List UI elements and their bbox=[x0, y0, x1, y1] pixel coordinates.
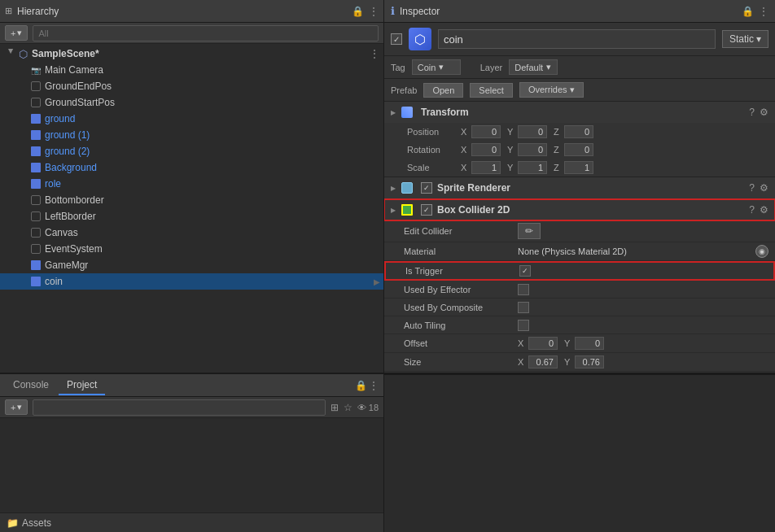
scene-unity-icon: ⬡ bbox=[16, 47, 29, 60]
prefab-select-button[interactable]: Select bbox=[470, 83, 513, 98]
project-tab[interactable]: Project bbox=[59, 376, 105, 395]
size-xy: X Y bbox=[518, 355, 768, 368]
hierarchy-tree: ▶ ⬡ SampleScene* ⋮ 📷 Main Camera GroundE… bbox=[0, 44, 383, 373]
sr-enabled-checkbox[interactable]: ✓ bbox=[421, 182, 432, 194]
offset-label: Offset bbox=[404, 338, 518, 348]
is-trigger-checkbox[interactable]: ✓ bbox=[519, 265, 531, 277]
tag-label: Tag bbox=[391, 63, 405, 72]
rotation-row: Rotation X Y Z bbox=[384, 141, 775, 159]
hierarchy-lock-icon[interactable]: 🔒 bbox=[352, 6, 364, 17]
box-collider-section: ▶ ✓ Box Collider 2D ? ⚙ Edit Collider bbox=[384, 199, 775, 373]
bottom-lock-icon[interactable]: 🔒 bbox=[355, 380, 367, 391]
rotation-y-input[interactable] bbox=[518, 143, 547, 156]
tag-chevron: ▾ bbox=[439, 62, 444, 72]
tree-item-ground[interactable]: ground bbox=[0, 111, 383, 127]
bc-enabled-checkbox[interactable]: ✓ bbox=[421, 204, 432, 216]
hierarchy-search-input[interactable] bbox=[33, 25, 379, 41]
material-label: Material bbox=[404, 246, 518, 256]
ground1-label: ground (1) bbox=[45, 129, 90, 141]
inspector-header: ℹ Inspector 🔒 ⋮ bbox=[384, 0, 775, 23]
offset-x-input[interactable] bbox=[528, 337, 558, 350]
tree-item-canvas[interactable]: Canvas bbox=[0, 225, 383, 241]
bc-help-icon[interactable]: ? bbox=[749, 204, 755, 216]
ground2-label: ground (2) bbox=[45, 146, 90, 157]
used-by-effector-label: Used By Effector bbox=[404, 285, 518, 294]
scale-row: Scale X Y Z bbox=[384, 159, 775, 177]
transform-help-icon[interactable]: ? bbox=[749, 107, 755, 118]
gep-label: GroundEndPos bbox=[45, 81, 112, 92]
hierarchy-header-left: ⊞ Hierarchy bbox=[5, 6, 59, 17]
tree-item-ground-end-pos[interactable]: GroundEndPos bbox=[0, 78, 383, 94]
sr-check: ✓ bbox=[423, 184, 430, 192]
tree-item-gamemgr[interactable]: GameMgr bbox=[0, 257, 383, 273]
layer-dropdown[interactable]: Default ▾ bbox=[509, 59, 558, 75]
static-button[interactable]: Static ▾ bbox=[722, 30, 768, 48]
scale-z-input[interactable] bbox=[564, 161, 593, 174]
scene-more-icon[interactable]: ⋮ bbox=[369, 47, 380, 60]
tree-item-ground-start-pos[interactable]: GroundStartPos bbox=[0, 94, 383, 111]
material-prop-row: Material None (Physics Material 2D) ◉ bbox=[384, 242, 775, 261]
prefab-overrides-button[interactable]: Overrides ▾ bbox=[519, 82, 584, 98]
size-y-input[interactable] bbox=[575, 355, 604, 368]
used-by-effector-checkbox[interactable] bbox=[518, 284, 529, 295]
object-enabled-checkbox[interactable]: ✓ bbox=[391, 33, 402, 45]
inspector-more-icon[interactable]: ⋮ bbox=[759, 6, 768, 17]
tree-item-background[interactable]: Background bbox=[0, 159, 383, 176]
scale-x-label: X bbox=[461, 163, 469, 172]
hierarchy-add-button[interactable]: + ▾ bbox=[5, 25, 28, 41]
prefab-label: Prefab bbox=[391, 85, 417, 95]
position-z-input[interactable] bbox=[564, 125, 593, 138]
position-y-input[interactable] bbox=[518, 125, 547, 138]
material-select-circle[interactable]: ◉ bbox=[755, 245, 768, 258]
transform-menu-icon[interactable]: ⚙ bbox=[760, 107, 768, 118]
project-add-button[interactable]: + ▾ bbox=[5, 399, 28, 415]
tree-item-leftbborder[interactable]: LeftBborder bbox=[0, 208, 383, 225]
size-y-field: Y bbox=[564, 355, 604, 368]
transform-actions: ? ⚙ bbox=[749, 107, 768, 118]
prefab-open-button[interactable]: Open bbox=[423, 83, 463, 98]
sr-actions: ? ⚙ bbox=[749, 182, 768, 194]
edit-collider-button[interactable]: ✏ bbox=[518, 223, 541, 239]
rotation-x-input[interactable] bbox=[471, 143, 501, 156]
project-search-input[interactable] bbox=[33, 399, 325, 416]
console-tab[interactable]: Console bbox=[5, 376, 57, 395]
auto-tiling-checkbox[interactable] bbox=[518, 320, 529, 331]
scale-y-field: Y bbox=[507, 161, 547, 174]
hierarchy-more-icon[interactable]: ⋮ bbox=[369, 6, 379, 17]
tag-dropdown[interactable]: Coin ▾ bbox=[412, 59, 461, 75]
bc-menu-icon[interactable]: ⚙ bbox=[760, 204, 768, 216]
scale-x-input[interactable] bbox=[471, 161, 501, 174]
size-x-input[interactable] bbox=[528, 355, 558, 368]
position-x-input[interactable] bbox=[471, 125, 501, 138]
tree-item-ground-2[interactable]: ground (2) bbox=[0, 143, 383, 159]
sr-menu-icon[interactable]: ⚙ bbox=[760, 182, 768, 194]
tree-item-bottomborder[interactable]: Bottomborder bbox=[0, 192, 383, 208]
size-x-field: X bbox=[518, 355, 558, 368]
project-grid-icon[interactable]: ⊞ bbox=[331, 402, 339, 413]
project-star-icon[interactable]: ☆ bbox=[344, 402, 352, 413]
lb-label: LeftBborder bbox=[45, 211, 96, 222]
tree-item-ground-1[interactable]: ground (1) bbox=[0, 127, 383, 143]
offset-y-input[interactable] bbox=[575, 337, 604, 350]
used-by-composite-checkbox[interactable] bbox=[518, 302, 529, 313]
box-collider-header[interactable]: ▶ ✓ Box Collider 2D ? ⚙ bbox=[384, 199, 775, 220]
scale-y-input[interactable] bbox=[518, 161, 547, 174]
tree-item-coin[interactable]: coin ▶ bbox=[0, 273, 383, 290]
transform-header[interactable]: ▶ Transform ? ⚙ bbox=[384, 102, 775, 123]
rotation-z-input[interactable] bbox=[564, 143, 593, 156]
bottom-more-icon[interactable]: ⋮ bbox=[369, 380, 379, 391]
tree-item-role[interactable]: role bbox=[0, 176, 383, 192]
sr-icon bbox=[401, 181, 414, 194]
sr-help-icon[interactable]: ? bbox=[749, 182, 755, 194]
overrides-arrow: ▾ bbox=[570, 85, 575, 94]
sprite-renderer-header[interactable]: ▶ ✓ Sprite Renderer ? ⚙ bbox=[384, 177, 775, 198]
scene-root-item[interactable]: ▶ ⬡ SampleScene* ⋮ bbox=[0, 46, 383, 62]
tree-item-eventsystem[interactable]: EventSystem bbox=[0, 241, 383, 257]
coin-label: coin bbox=[45, 276, 63, 287]
position-y-field: Y bbox=[507, 125, 547, 138]
tree-item-main-camera[interactable]: 📷 Main Camera bbox=[0, 62, 383, 78]
object-name-field[interactable] bbox=[438, 29, 716, 49]
project-eye-icon[interactable]: 👁 18 bbox=[357, 403, 379, 412]
inspector-lock-icon[interactable]: 🔒 bbox=[742, 6, 754, 17]
scale-label: Scale bbox=[407, 163, 456, 172]
